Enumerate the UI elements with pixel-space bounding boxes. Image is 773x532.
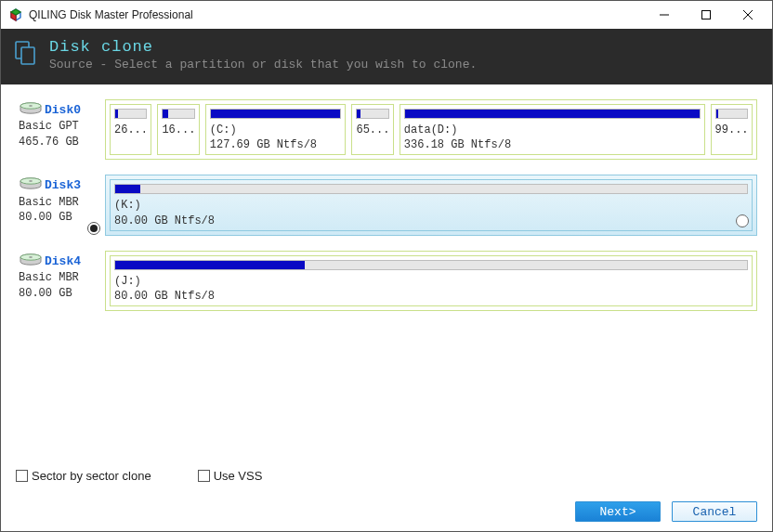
partition-detail: 80.00 GB Ntfs/8 [114,214,748,228]
svg-point-14 [29,256,33,258]
disk-row[interactable]: Disk0Basic GPT465.76 GB26...16...(C:)127… [16,99,757,160]
partition-detail: 16... [162,123,194,137]
cancel-button[interactable]: Cancel [672,501,757,522]
partition-detail: 99... [715,123,748,137]
disk-row[interactable]: Disk3Basic MBR80.00 GB(K:)80.00 GB Ntfs/… [16,175,757,235]
usage-bar [210,109,342,119]
partition-radio[interactable] [736,214,749,227]
partition-label: (C:) [210,123,342,137]
usage-bar [114,109,147,119]
svg-point-8 [29,105,33,107]
partition[interactable]: 26... [110,104,151,155]
checkbox-icon [198,470,210,482]
usage-bar [114,184,748,194]
disk-icon [19,102,43,115]
close-button[interactable] [727,2,768,28]
minimize-button[interactable] [643,2,685,28]
partition[interactable]: (C:)127.69 GB Ntfs/8 [205,104,347,155]
disk-icon [19,253,43,266]
disk-icon [19,177,43,190]
partition-detail: 127.69 GB Ntfs/8 [210,137,342,152]
partition[interactable]: (J:)80.00 GB Ntfs/8 [110,255,753,306]
app-icon [8,7,23,22]
disk-size: 80.00 GB [19,286,97,302]
partition-container[interactable]: (J:)80.00 GB Ntfs/8 [105,251,757,311]
disk-size: 465.76 GB [19,135,97,150]
partition-container[interactable]: (K:)80.00 GB Ntfs/8 [105,175,757,235]
sector-clone-checkbox[interactable]: Sector by sector clone [16,469,151,483]
use-vss-checkbox[interactable]: Use VSS [198,469,263,483]
partition-detail: 336.18 GB Ntfs/8 [404,137,701,152]
svg-rect-5 [21,47,34,64]
disk-type: Basic MBR [19,195,97,211]
svg-rect-1 [701,11,710,19]
usage-bar [162,109,194,119]
partition-label: (J:) [114,274,748,289]
disk-list: Disk0Basic GPT465.76 GB26...16...(C:)127… [1,84,772,469]
usage-bar [404,109,701,119]
svg-point-11 [29,181,33,183]
clone-icon [14,38,38,66]
partition-label: data(D:) [404,123,701,137]
partition-detail: 65... [356,123,388,137]
disk-name: Disk3 [45,178,81,192]
disk-info[interactable]: Disk4Basic MBR80.00 GB [16,251,99,311]
partition[interactable]: (K:)80.00 GB Ntfs/8 [110,179,753,230]
disk-row[interactable]: Disk4Basic MBR80.00 GB(J:)80.00 GB Ntfs/… [16,251,757,311]
sector-clone-label: Sector by sector clone [32,469,151,483]
partition-label: (K:) [114,198,748,213]
window-title: QILING Disk Master Professional [29,8,643,21]
disk-type: Basic GPT [19,119,97,135]
checkbox-icon [16,470,28,482]
partition-container[interactable]: 26...16...(C:)127.69 GB Ntfs/865...data(… [105,99,757,160]
partition-detail: 26... [114,123,147,137]
page-header: Disk clone Source - Select a partition o… [1,29,772,84]
disk-radio[interactable] [87,222,100,235]
disk-type: Basic MBR [19,270,97,286]
page-title: Disk clone [49,38,477,56]
partition[interactable]: 65... [351,104,393,155]
disk-size: 80.00 GB [19,210,97,226]
usage-bar [114,260,748,270]
page-subtitle: Source - Select a partition or disk that… [49,58,477,71]
usage-bar [715,109,748,119]
next-button[interactable]: Next> [575,501,661,522]
partition[interactable]: 99... [711,104,753,155]
titlebar: QILING Disk Master Professional [1,1,772,29]
maximize-button[interactable] [685,2,727,28]
use-vss-label: Use VSS [214,469,263,483]
partition[interactable]: 16... [157,104,199,155]
usage-bar [356,109,388,119]
disk-name: Disk0 [45,103,81,117]
disk-name: Disk4 [45,254,81,268]
disk-info[interactable]: Disk3Basic MBR80.00 GB [16,175,99,235]
partition-detail: 80.00 GB Ntfs/8 [114,289,748,304]
partition[interactable]: data(D:)336.18 GB Ntfs/8 [400,104,705,155]
disk-info[interactable]: Disk0Basic GPT465.76 GB [16,99,99,160]
footer: Sector by sector clone Use VSS Next> Can… [1,469,772,531]
